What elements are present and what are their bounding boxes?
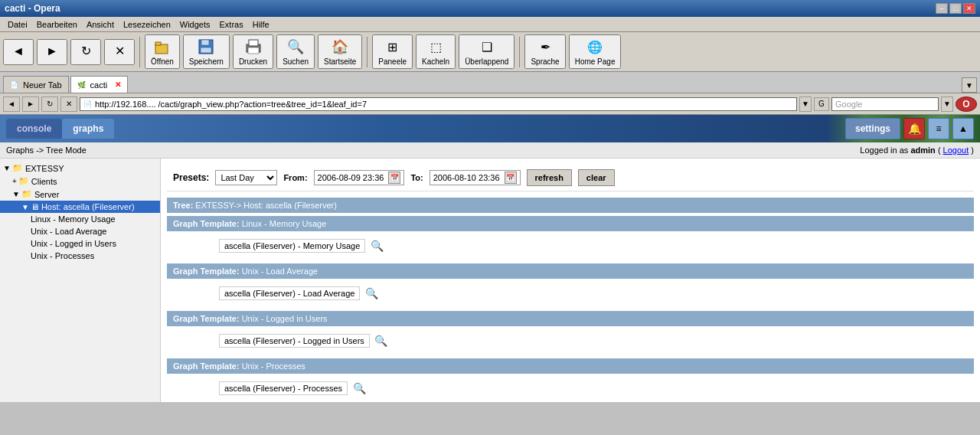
to-calendar-button[interactable]: 📅 <box>505 172 517 184</box>
sidebar-server-label: Server <box>34 190 59 199</box>
graph-section-logged: Graph Template: Unix - Logged in Users a… <box>167 311 974 352</box>
bell-icon-button[interactable]: 🔔 <box>903 118 925 139</box>
save-button[interactable]: Speichern <box>183 34 230 69</box>
chart-icon: ▲ <box>959 123 968 134</box>
graph-section-processes: Graph Template: Unix - Processes ascella… <box>167 358 974 400</box>
clear-button[interactable]: clear <box>578 169 615 186</box>
nav-forward-button[interactable]: ► <box>22 96 39 112</box>
window-controls[interactable]: – □ ✕ <box>936 3 975 14</box>
sidebar-item-server[interactable]: ▼ 📁 Server <box>0 188 160 201</box>
menu-lesezeichen[interactable]: Lesezeichen <box>119 18 175 31</box>
menubar: Datei Bearbeiten Ansicht Lesezeichen Wid… <box>0 17 980 32</box>
menu-datei[interactable]: Datei <box>3 18 32 31</box>
window-title: cacti - Opera <box>5 3 60 14</box>
settings-button[interactable]: settings <box>845 118 900 139</box>
graph-template-header-load: Graph Template: Unix - Load Average <box>167 263 974 279</box>
language-label: Sprache <box>531 57 559 66</box>
homepage-button[interactable]: 🌐 Home Page <box>569 34 622 69</box>
tab-overflow-button[interactable]: ▼ <box>962 77 977 93</box>
back-button[interactable]: ◄ <box>3 39 34 65</box>
folder-icon: 📁 <box>12 163 23 173</box>
address-dropdown-button[interactable]: ▼ <box>799 96 812 112</box>
sidebar-item-unix-processes[interactable]: Unix - Processes <box>0 250 160 262</box>
nav-stop-button[interactable]: ✕ <box>60 96 77 112</box>
toolbar-separator-3 <box>519 37 520 67</box>
search-dropdown-button[interactable]: ▼ <box>941 96 953 112</box>
page-icon: 📄 <box>83 100 92 108</box>
overlap-button[interactable]: ❑ Überlappend <box>459 34 514 69</box>
sidebar-item-linux-memory[interactable]: Linux - Memory Usage <box>0 213 160 225</box>
nav-back-button[interactable]: ◄ <box>3 96 20 112</box>
forward-button[interactable]: ► <box>37 39 67 65</box>
menu-ansicht[interactable]: Ansicht <box>82 18 119 31</box>
from-calendar-button[interactable]: 📅 <box>388 172 400 184</box>
graph-label-load: ascella (Fileserver) - Load Average <box>219 286 360 300</box>
from-date-value: 2006-08-09 23:36 <box>318 173 384 182</box>
graph-item-memory: ascella (Fileserver) - Memory Usage 🔍 <box>213 234 974 257</box>
nav-reload-button[interactable]: ↻ <box>41 96 58 112</box>
from-date-input[interactable]: 2006-08-09 23:36 📅 <box>314 170 405 185</box>
maximize-button[interactable]: □ <box>949 3 962 14</box>
zoom-icon-logged[interactable]: 🔍 <box>374 334 388 348</box>
overlap-label: Überlappend <box>465 57 508 66</box>
zoom-icon-load[interactable]: 🔍 <box>364 286 378 300</box>
sidebar-item-extessy[interactable]: ▼ 📁 EXTESSY <box>0 162 160 175</box>
tile-button[interactable]: ⬚ Kacheln <box>416 34 456 69</box>
menu-extras[interactable]: Extras <box>215 18 248 31</box>
reload-button[interactable]: ↻ <box>70 39 101 65</box>
to-date-input[interactable]: 2006-08-10 23:36 📅 <box>430 170 521 185</box>
home-button[interactable]: 🏠 Startseite <box>318 34 362 69</box>
refresh-button[interactable]: refresh <box>527 169 572 186</box>
cacti-tab[interactable]: 🌿 cacti ✕ <box>70 76 129 93</box>
logout-link[interactable]: Logout <box>943 146 969 155</box>
chart-icon-button[interactable]: ▲ <box>952 118 974 139</box>
graph-label-logged: ascella (Fileserver) - Logged in Users <box>219 334 370 348</box>
to-label: To: <box>410 173 423 182</box>
forward-icon: ► <box>43 42 61 61</box>
sidebar-unix-processes-label: Unix - Processes <box>31 251 94 260</box>
back-icon: ◄ <box>9 42 28 61</box>
cacti-navbar: console graphs settings 🔔 ≡ ▲ <box>0 115 980 142</box>
open-button[interactable]: Öffnen <box>145 34 180 69</box>
graph-template-header-memory: Graph Template: Linux - Memory Usage <box>167 216 974 231</box>
graph-section-memory: Graph Template: Linux - Memory Usage asc… <box>167 216 974 257</box>
content-area: Presets: Last Day Last Week Last Month L… <box>161 159 980 402</box>
menu-bearbeiten[interactable]: Bearbeiten <box>32 18 82 31</box>
breadcrumb-bar: Graphs -> Tree Mode Logged in as admin (… <box>0 142 980 159</box>
window-titlebar: cacti - Opera – □ ✕ <box>0 0 980 17</box>
search-engine-icon[interactable]: G <box>814 97 829 111</box>
close-window-button[interactable]: ✕ <box>963 3 975 14</box>
sidebar-item-host-ascella[interactable]: ▼ 🖥 Host: ascella (Fileserver) <box>0 201 160 213</box>
zoom-icon-processes[interactable]: 🔍 <box>352 381 366 395</box>
search-button[interactable]: 🔍 Suchen <box>276 34 315 69</box>
opera-button[interactable]: O <box>956 96 977 112</box>
bell-icon: 🔔 <box>908 123 921 135</box>
stop-button[interactable]: ✕ <box>104 39 135 65</box>
tree-header-value: EXTESSY-> Host: ascella (Fileserver) <box>195 201 337 210</box>
graphs-tab[interactable]: graphs <box>62 119 114 139</box>
from-label: From: <box>283 173 307 182</box>
language-button[interactable]: ✒ Sprache <box>524 34 565 69</box>
tree-header-label: Tree: <box>173 201 193 210</box>
zoom-icon-memory[interactable]: 🔍 <box>370 239 384 253</box>
list-icon-button[interactable]: ≡ <box>928 118 949 139</box>
new-tab-button[interactable]: 📄 Neuer Tab <box>3 76 69 93</box>
graph-item-processes: ascella (Fileserver) - Processes 🔍 <box>213 377 974 400</box>
svg-rect-3 <box>201 40 209 45</box>
print-button[interactable]: Drucken <box>233 34 273 69</box>
menu-hilfe[interactable]: Hilfe <box>248 18 274 31</box>
sidebar-extessy-label: EXTESSY <box>25 164 64 173</box>
presets-select[interactable]: Last Day Last Week Last Month Last Year <box>215 170 277 185</box>
console-tab[interactable]: console <box>6 119 62 139</box>
graph-label-memory: ascella (Fileserver) - Memory Usage <box>219 239 365 253</box>
search-input[interactable]: Google <box>831 97 939 111</box>
sidebar-unix-load-label: Unix - Load Average <box>31 227 106 236</box>
sidebar-item-unix-logged[interactable]: Unix - Logged in Users <box>0 237 160 250</box>
sidebar-item-clients[interactable]: + 📁 Clients <box>0 175 160 188</box>
tab-close-icon[interactable]: ✕ <box>115 80 121 89</box>
panels-button[interactable]: ⊞ Paneele <box>372 34 413 69</box>
menu-widgets[interactable]: Widgets <box>175 18 215 31</box>
minimize-button[interactable]: – <box>936 3 948 14</box>
sidebar-item-unix-load[interactable]: Unix - Load Average <box>0 225 160 237</box>
address-bar[interactable]: 📄 http://192.168.... /cacti/graph_view.p… <box>80 97 797 111</box>
